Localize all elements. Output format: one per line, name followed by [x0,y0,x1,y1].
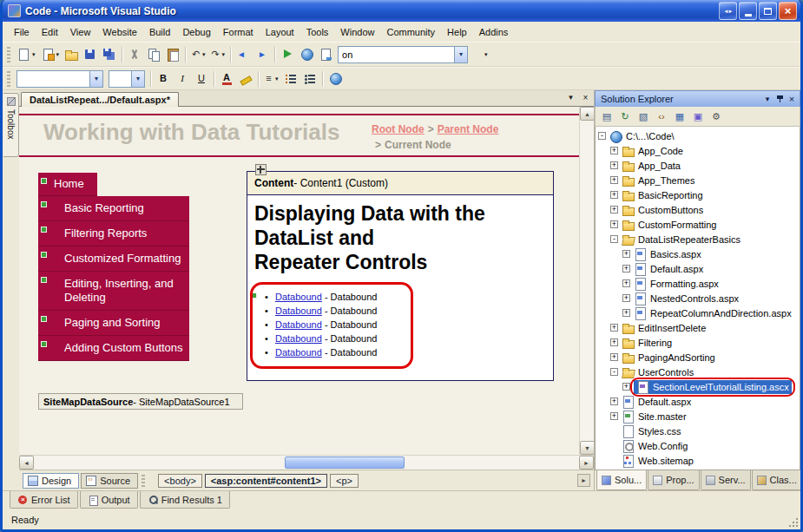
menu-format[interactable]: Format [217,23,260,41]
tree-item-app-themes[interactable]: +App_Themes [596,173,800,187]
nav-item-customized-formatting[interactable]: Customized Formatting [38,246,189,272]
properties-button[interactable]: ▤ [598,108,615,125]
tree-item-app-code[interactable]: +App_Code [596,143,800,158]
menu-layout[interactable]: Layout [260,23,300,41]
document-tab[interactable]: DataListRepeat.../Default.aspx* [21,92,179,107]
tag-chip-p[interactable]: <p> [330,474,359,488]
close-document-icon[interactable]: × [579,91,592,104]
chevron-down-icon[interactable]: ▾ [89,71,102,87]
cut-button[interactable] [125,45,144,64]
start-debug-button[interactable] [278,45,297,64]
close-button[interactable]: × [779,2,797,20]
expand-icon[interactable]: + [610,161,618,169]
toolbox-tab[interactable]: Toolbox [3,93,19,157]
save-all-button[interactable] [100,45,119,64]
tree-item-default-aspx[interactable]: +Default.aspx [596,261,800,276]
expand-icon[interactable]: + [622,279,630,287]
expand-icon[interactable]: + [610,191,618,199]
scroll-up-icon[interactable]: ▲ [580,107,594,121]
databound-link[interactable]: Databound [275,333,322,344]
resize-grip[interactable] [787,516,798,527]
paste-button[interactable] [163,45,182,64]
scroll-down-icon[interactable]: ▼ [580,441,594,455]
chevron-down-icon[interactable]: ▾ [454,47,467,62]
scrollbar-track[interactable] [34,456,579,470]
view-tab-source[interactable]: Source [81,473,138,489]
open-file-button[interactable] [62,45,81,64]
vertical-scrollbar[interactable]: ▲ ▼ [579,107,594,455]
menu-website[interactable]: Website [96,23,143,41]
expand-icon[interactable]: + [610,176,618,184]
nav-item-home[interactable]: Home [38,173,97,196]
expand-icon[interactable]: + [610,338,618,346]
tree-item-basicreporting[interactable]: +BasicReporting [596,187,800,202]
expand-icon[interactable]: + [622,294,630,302]
menu-file[interactable]: File [8,23,36,41]
view-designer-button[interactable]: ▦ [671,108,688,125]
tag-chip-asp-content-content1[interactable]: <asp:content#content1> [205,474,327,488]
expand-icon[interactable]: + [610,220,618,228]
horizontal-scrollbar[interactable]: ◄ ► [19,455,594,470]
italic-button[interactable]: I [173,69,192,89]
chevron-down-icon[interactable]: ▾ [131,71,144,87]
panel-tab-output[interactable]: Output [80,491,138,509]
nest-related-files-button[interactable]: ▧ [635,108,652,125]
browse-button[interactable] [297,45,316,64]
save-button[interactable] [81,45,100,64]
tree-item-editinsertdelete[interactable]: +EditInsertDelete [596,320,800,335]
tag-chip-body[interactable]: <body> [158,474,202,488]
collapse-icon[interactable]: - [610,368,618,376]
nav-item-editing-inserting-and-deleting[interactable]: Editing, Inserting, and Deleting [38,272,189,311]
menu-debug[interactable]: Debug [176,23,216,41]
tree-item-basics-aspx[interactable]: +Basics.aspx [596,246,800,261]
navigate-forward-button[interactable] [253,45,272,64]
nav-item-paging-and-sorting[interactable]: Paging and Sorting [38,311,189,336]
undo-button[interactable]: ↶▾ [188,45,208,64]
add-new-item-button[interactable]: ▾ [38,45,63,64]
close-panel-icon[interactable]: × [786,93,798,105]
font-name-combo[interactable]: ▾ [16,70,103,88]
view-in-browser-button[interactable] [316,45,335,64]
tree-item-datalistrepeaterbasics[interactable]: -DataListRepeaterBasics [596,232,800,246]
highlight-button[interactable] [236,69,255,89]
panel-tab-serv[interactable]: Serv... [701,470,751,490]
menu-view[interactable]: View [64,23,97,41]
window-move-button[interactable]: ◄► [719,2,737,20]
tree-item-web-config[interactable]: Web.Config [596,438,800,453]
tree-item-nestedcontrols-aspx[interactable]: +NestedControls.aspx [596,291,800,305]
tree-item-usercontrols[interactable]: -UserControls [596,365,800,379]
menu-help[interactable]: Help [441,23,473,41]
content-panel-header[interactable]: Content - Content1 (Custom) [247,172,553,195]
scroll-left-icon[interactable]: ◄ [19,456,34,470]
sitemapdatasource-control[interactable]: SiteMapDataSource - SiteMapDataSource1 [38,393,243,410]
tree-item-styles-css[interactable]: AStyles.css [596,424,800,438]
numbered-list-button[interactable] [281,69,300,89]
nav-item-adding-custom-buttons[interactable]: Adding Custom Buttons [38,336,189,361]
tree-item-custombuttons[interactable]: +CustomButtons [596,202,800,217]
tree-item-app-data[interactable]: +App_Data [596,158,800,173]
collapse-icon[interactable]: - [610,235,618,243]
expand-icon[interactable]: + [622,383,630,391]
view-code-button[interactable]: ‹› [653,108,670,125]
breadcrumb-parent-link[interactable]: Parent Node [438,123,499,135]
expand-icon[interactable]: + [622,309,630,317]
tree-item-default-aspx[interactable]: +Default.aspx [596,394,800,409]
databound-link[interactable]: Databound [275,319,322,330]
bold-button[interactable]: B [154,69,173,89]
minimize-button[interactable] [739,2,757,20]
tree-item-filtering[interactable]: +Filtering [596,335,800,350]
nav-item-basic-reporting[interactable]: Basic Reporting [38,196,189,221]
scrollbar-track[interactable] [580,121,594,441]
font-size-combo[interactable]: ▾ [109,70,145,88]
breadcrumb-root-link[interactable]: Root Node [372,123,425,135]
bullet-list-button[interactable] [300,69,319,89]
tree-item-customformatting[interactable]: +CustomFormatting [596,217,800,232]
menu-community[interactable]: Community [380,23,441,41]
panel-tab-find-results-1[interactable]: Find Results 1 [140,491,230,509]
expand-icon[interactable]: + [610,397,618,405]
panel-tab-prop[interactable]: Prop... [648,470,699,490]
tree-item-site-master[interactable]: +Site.master [596,409,800,424]
collapse-icon[interactable]: - [598,132,606,140]
copy-website-button[interactable]: ▣ [689,108,707,125]
move-handle-icon[interactable] [255,164,267,175]
